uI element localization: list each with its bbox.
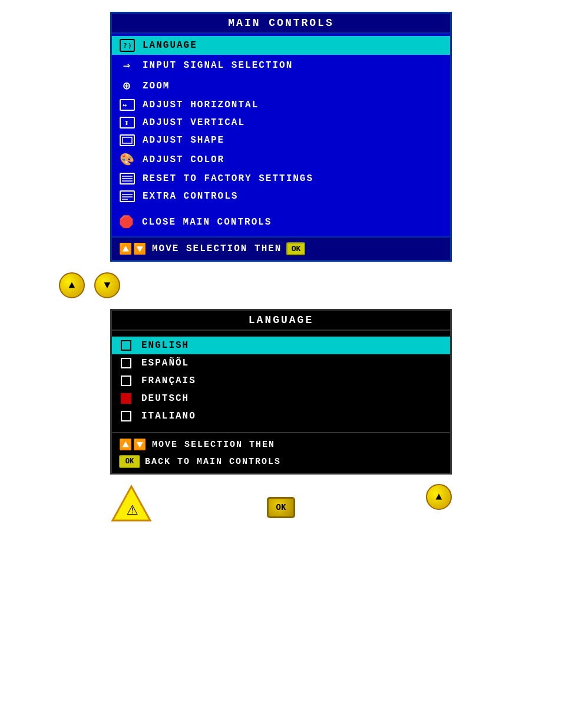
menu-item-adjust-vertical[interactable]: ↕ ADJUST VERTICAL <box>112 114 450 131</box>
lang-bottom-line-1: 🔼🔽 MOVE SELECTION THEN <box>119 437 443 452</box>
ok-large-label: OK <box>276 503 286 512</box>
extra-controls-icon <box>119 190 135 202</box>
lang-divider <box>112 425 450 430</box>
menu-item-extra-controls-label: EXTRA CONTROLS <box>143 191 238 202</box>
close-main-label: CLOSE MAIN CONTROLS <box>142 217 272 228</box>
menu-item-adjust-color[interactable]: 🎨 ADJUST COLOR <box>112 149 450 170</box>
lang-item-espanol[interactable]: ESPAÑÕL <box>112 354 450 372</box>
lang-english-label: ENGLISH <box>141 340 189 351</box>
menu-item-adjust-horizontal[interactable]: ↔ ADJUST HORIZONTAL <box>112 96 450 114</box>
menu-item-adjust-shape-label: ADJUST SHAPE <box>143 135 224 146</box>
close-main-controls-button[interactable]: 🛑 CLOSE MAIN CONTROLS <box>112 210 450 234</box>
down-arrow-button[interactable]: ▼ <box>94 272 120 298</box>
menu-item-reset-factory-label: RESET TO FACTORY SETTINGS <box>143 173 313 184</box>
svg-rect-13 <box>120 191 134 202</box>
menu-item-input-signal-label: INPUT SIGNAL SELECTION <box>143 60 293 71</box>
lang-move-icon: 🔼🔽 <box>119 438 147 451</box>
right-up-arrow-button[interactable]: ▲ <box>426 484 452 510</box>
move-selection-icon: 🔼🔽 <box>119 242 147 255</box>
close-main-icon: 🛑 <box>119 215 135 229</box>
svg-rect-8 <box>123 137 132 143</box>
warning-triangle-icon: ⚠ <box>110 484 153 526</box>
main-controls-title: MAIN CONTROLS <box>112 14 450 34</box>
svg-text:↔: ↔ <box>123 101 128 109</box>
lang-bottom-text2: BACK TO MAIN CONTROLS <box>145 457 281 467</box>
main-bottom-text: MOVE SELECTION THEN <box>152 243 282 254</box>
down-arrow-icon: ▼ <box>104 279 111 291</box>
menu-item-adjust-color-label: ADJUST COLOR <box>143 154 224 165</box>
lang-italiano-icon <box>119 411 133 421</box>
adjust-vertical-icon: ↕ <box>119 117 135 129</box>
lang-item-francais[interactable]: FRANÇAIS <box>112 372 450 390</box>
menu-divider <box>112 205 450 210</box>
zoom-icon: ⊕ <box>119 78 135 93</box>
menu-item-adjust-vertical-label: ADJUST VERTICAL <box>143 117 245 128</box>
menu-item-zoom[interactable]: ⊕ ZOOM <box>112 75 450 96</box>
ok-large-badge[interactable]: OK <box>267 497 295 518</box>
menu-item-language-label: LANGUAGE <box>143 40 197 51</box>
main-nav-arrows: ▲ ▼ <box>59 272 550 298</box>
input-signal-icon: ⇒ <box>119 58 135 73</box>
lang-espanol-icon <box>119 358 133 368</box>
reset-factory-icon <box>119 173 135 185</box>
up-arrow-icon: ▲ <box>69 279 75 291</box>
menu-item-adjust-shape[interactable]: ADJUST SHAPE <box>112 131 450 149</box>
language-panel-title: LANGUAGE <box>112 311 450 331</box>
up-arrow-button[interactable]: ▲ <box>59 272 85 298</box>
adjust-horizontal-icon: ↔ <box>119 99 135 111</box>
language-bottom-bar: 🔼🔽 MOVE SELECTION THEN OK BACK TO MAIN C… <box>112 432 450 473</box>
main-controls-panel: MAIN CONTROLS ? ) LANGUAGE ⇒ INPUT SIGNA… <box>110 12 452 262</box>
lang-ok-badge: OK <box>119 455 140 468</box>
svg-text:↕: ↕ <box>124 118 130 127</box>
lang-english-icon <box>119 340 133 351</box>
menu-item-extra-controls[interactable]: EXTRA CONTROLS <box>112 187 450 205</box>
lang-espanol-label: ESPAÑÕL <box>141 358 189 368</box>
lang-deutsch-label: DEUTSCH <box>141 393 189 404</box>
main-controls-bottom-bar: 🔼🔽 MOVE SELECTION THEN OK <box>112 236 450 260</box>
adjust-shape-icon <box>119 134 135 146</box>
adjust-color-icon: 🎨 <box>119 152 135 167</box>
lang-bottom-text1: MOVE SELECTION THEN <box>152 440 275 450</box>
ok-button-bottom[interactable]: OK <box>267 497 295 518</box>
language-icon: ? ) <box>119 39 135 52</box>
lang-item-english[interactable]: ENGLISH <box>112 337 450 354</box>
svg-text:⚠: ⚠ <box>127 497 138 519</box>
right-up-arrow-icon: ▲ <box>436 491 442 503</box>
lang-francais-label: FRANÇAIS <box>141 375 196 386</box>
menu-item-input-signal[interactable]: ⇒ INPUT SIGNAL SELECTION <box>112 55 450 75</box>
lang-deutsch-icon <box>119 393 133 404</box>
lang-bottom-line-2: OK BACK TO MAIN CONTROLS <box>119 454 443 469</box>
lang-item-deutsch[interactable]: DEUTSCH <box>112 390 450 407</box>
language-list: ENGLISH ESPAÑÕL FRANÇAIS DEUTSCH ITALIAN <box>112 331 450 432</box>
menu-item-zoom-label: ZOOM <box>143 81 170 91</box>
main-menu-list: ? ) LANGUAGE ⇒ INPUT SIGNAL SELECTION ⊕ … <box>112 34 450 236</box>
menu-item-reset-factory[interactable]: RESET TO FACTORY SETTINGS <box>112 170 450 187</box>
lang-item-italiano[interactable]: ITALIANO <box>112 407 450 425</box>
menu-item-language[interactable]: ? ) LANGUAGE <box>112 36 450 55</box>
menu-item-adjust-horizontal-label: ADJUST HORIZONTAL <box>143 100 259 110</box>
main-ok-badge: OK <box>286 242 305 255</box>
svg-text:): ) <box>128 42 133 50</box>
language-panel: LANGUAGE ENGLISH ESPAÑÕL FRANÇAIS DE <box>110 309 452 475</box>
lang-francais-icon <box>119 375 133 386</box>
lang-italiano-label: ITALIANO <box>141 411 196 421</box>
